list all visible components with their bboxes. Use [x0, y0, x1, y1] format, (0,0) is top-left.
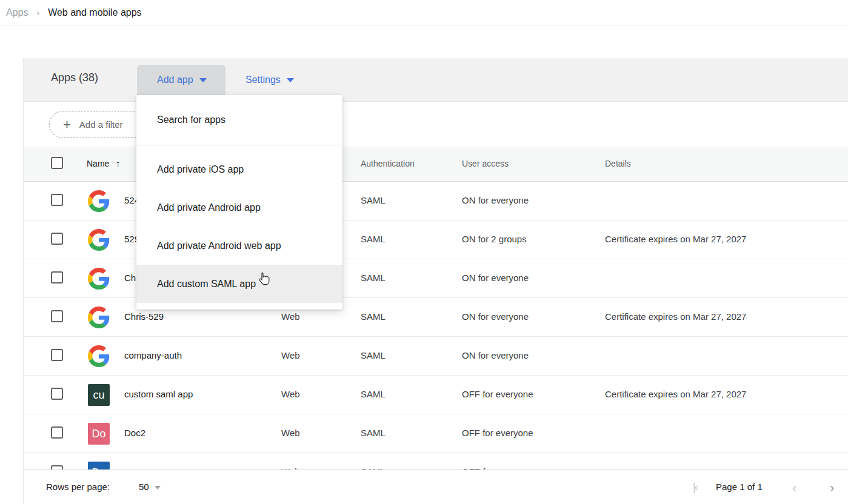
row-checkbox[interactable] — [51, 388, 63, 400]
app-user-access: OFF for everyone — [462, 389, 533, 399]
google-logo-icon — [88, 345, 110, 367]
app-icon — [88, 307, 110, 328]
menu-item-search-for-apps[interactable]: Search for apps — [136, 95, 342, 145]
app-authentication: SAML — [361, 195, 386, 205]
app-name[interactable]: Doc2 — [124, 428, 145, 438]
app-details: Certificate expires on Mar 27, 2027 — [605, 234, 746, 244]
web-and-mobile-apps-page: Apps › Web and mobile apps Apps (38) Add… — [0, 0, 848, 504]
app-authentication: SAML — [361, 273, 386, 283]
app-icon: Do — [88, 423, 110, 445]
app-user-access: ON for everyone — [462, 350, 529, 360]
breadcrumb-apps-link[interactable]: Apps — [6, 7, 28, 18]
app-platform: Web — [281, 428, 300, 438]
app-authentication: SAML — [361, 311, 386, 322]
app-user-access: ON for everyone — [462, 195, 529, 205]
app-user-access: ON for 2 groups — [462, 234, 527, 244]
column-header-user-access[interactable]: User access — [462, 159, 509, 168]
app-letter-icon: cu — [88, 384, 110, 406]
app-name[interactable]: Chris-529 — [124, 311, 164, 322]
app-details: Certificate expires on Mar 27, 2027 — [605, 389, 746, 399]
app-authentication: SAML — [361, 234, 386, 244]
app-icon — [88, 268, 110, 290]
add-app-dropdown-menu: Search for appsAdd private iOS appAdd pr… — [136, 95, 342, 310]
row-checkbox[interactable] — [51, 465, 63, 469]
table-row[interactable]: Do Doc2 Web SAML OFF for everyone — [24, 414, 848, 453]
app-icon: cu — [88, 384, 110, 406]
app-platform: Web — [281, 389, 300, 399]
menu-item-add-private-ios-app[interactable]: Add private iOS app — [136, 150, 342, 188]
settings-button-label: Settings — [245, 75, 281, 85]
app-icon — [88, 229, 110, 251]
menu-item-add-private-android-app[interactable]: Add private Android app — [136, 188, 342, 227]
first-page-icon[interactable]: |‹ — [693, 481, 697, 494]
google-logo-icon — [88, 268, 110, 290]
plus-icon: + — [63, 118, 71, 131]
breadcrumb: Apps › Web and mobile apps — [0, 0, 848, 25]
add-filter-label: Add a filter — [79, 119, 123, 130]
app-platform: Web — [281, 311, 300, 322]
app-icon: Do — [88, 462, 110, 469]
chevron-down-icon — [287, 78, 294, 82]
app-platform: Web — [281, 350, 300, 360]
google-logo-icon — [88, 190, 110, 212]
sort-ascending-icon[interactable]: ↑ — [116, 158, 121, 168]
app-authentication: SAML — [361, 350, 386, 360]
app-icon — [88, 345, 110, 367]
apps-count-title: Apps (38) — [51, 71, 98, 84]
column-header-details[interactable]: Details — [605, 159, 631, 168]
row-checkbox[interactable] — [51, 349, 63, 361]
app-user-access: OFF for everyone — [462, 428, 533, 438]
app-authentication: SAML — [361, 428, 386, 438]
breadcrumb-chevron-icon: › — [36, 8, 39, 18]
chevron-down-icon — [199, 78, 207, 82]
app-details: Certificate expires on Mar 27, 2027 — [605, 311, 746, 322]
app-name[interactable]: company-auth — [124, 350, 182, 360]
menu-divider — [136, 145, 342, 145]
column-header-name[interactable]: Name — [87, 159, 109, 168]
table-row[interactable]: Do Web SAML OFF for everyone — [24, 453, 848, 469]
app-icon — [88, 190, 110, 212]
app-letter-icon: Do — [88, 423, 110, 445]
select-all-checkbox[interactable] — [51, 157, 63, 169]
row-checkbox[interactable] — [51, 233, 63, 245]
row-checkbox[interactable] — [51, 310, 63, 322]
table-row[interactable]: company-auth Web SAML ON for everyone — [24, 337, 848, 376]
menu-item-add-private-android-web-app[interactable]: Add private Android web app — [136, 227, 342, 265]
breadcrumb-current: Web and mobile apps — [48, 7, 141, 18]
app-user-access: ON for everyone — [462, 273, 529, 283]
row-checkbox[interactable] — [51, 426, 63, 439]
row-checkbox[interactable] — [51, 271, 63, 284]
column-header-authentication[interactable]: Authentication — [361, 159, 415, 168]
previous-page-icon[interactable]: ‹ — [792, 480, 796, 496]
app-letter-icon: Do — [88, 462, 110, 469]
table-row[interactable]: cu custom saml app Web SAML OFF for ever… — [24, 376, 848, 414]
next-page-icon[interactable]: › — [830, 480, 834, 496]
rows-per-page-value[interactable]: 50 — [139, 482, 149, 492]
app-name[interactable]: custom saml app — [124, 389, 193, 399]
rows-per-page-label: Rows per page: — [46, 482, 110, 492]
menu-item-add-custom-saml-app[interactable]: Add custom SAML app — [136, 265, 342, 303]
google-logo-icon — [88, 229, 110, 251]
app-authentication: SAML — [361, 389, 386, 399]
row-checkbox[interactable] — [51, 194, 63, 206]
page-indicator: Page 1 of 1 — [716, 482, 763, 492]
app-name[interactable]: Ch — [124, 273, 136, 283]
google-logo-icon — [88, 307, 110, 328]
table-footer: Rows per page: 50 |‹ Page 1 of 1 ‹ › — [24, 469, 848, 504]
add-app-button-label: Add app — [157, 75, 193, 85]
rows-per-page-dropdown-icon[interactable] — [155, 486, 161, 489]
app-user-access: ON for everyone — [462, 311, 529, 322]
